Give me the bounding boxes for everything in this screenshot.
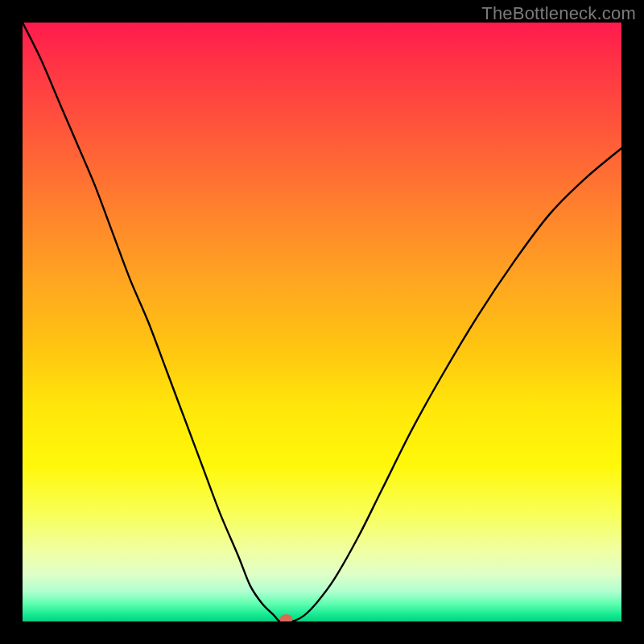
- chart-frame: TheBottleneck.com: [0, 0, 644, 644]
- bottleneck-curve: [23, 23, 621, 621]
- watermark-text: TheBottleneck.com: [481, 3, 636, 24]
- curve-svg: [23, 23, 621, 621]
- plot-area: [23, 23, 621, 621]
- minimum-marker: [279, 614, 292, 621]
